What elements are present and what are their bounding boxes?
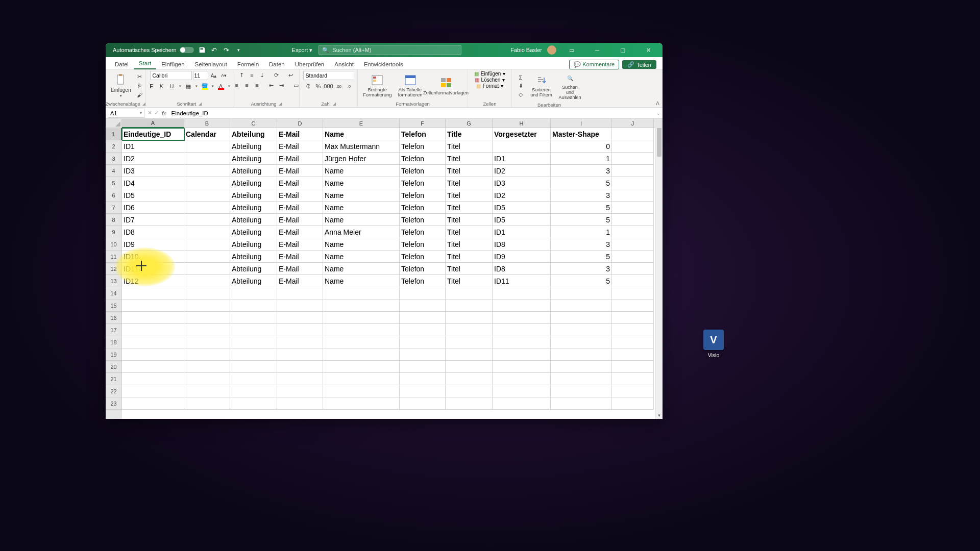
- cell[interactable]: [551, 287, 612, 299]
- cell[interactable]: [230, 385, 277, 397]
- cell[interactable]: [277, 373, 323, 385]
- tab-formeln[interactable]: Formeln: [232, 59, 264, 69]
- cell[interactable]: [400, 385, 446, 397]
- cell[interactable]: [493, 140, 551, 153]
- fill-dropdown-icon[interactable]: ▾: [210, 82, 215, 90]
- column-header-E[interactable]: E: [323, 119, 400, 128]
- underline-dropdown-icon[interactable]: ▾: [178, 82, 183, 90]
- row-header[interactable]: 10: [106, 238, 122, 251]
- cell[interactable]: [184, 202, 230, 214]
- cell[interactable]: ID9: [122, 238, 184, 251]
- cell[interactable]: [323, 299, 400, 312]
- cell[interactable]: Abteilung: [230, 251, 277, 263]
- cell[interactable]: Abteilung: [230, 140, 277, 153]
- cell[interactable]: [277, 361, 323, 373]
- cell[interactable]: [612, 153, 654, 165]
- cell[interactable]: ID4: [122, 177, 184, 189]
- cell[interactable]: Telefon: [400, 263, 446, 275]
- cell[interactable]: ID12: [122, 275, 184, 287]
- cell[interactable]: [323, 361, 400, 373]
- cell[interactable]: [612, 128, 654, 140]
- cell[interactable]: [551, 397, 612, 410]
- cell[interactable]: [230, 348, 277, 361]
- clear-icon[interactable]: ◇: [515, 91, 526, 99]
- ribbon-display-icon[interactable]: ▭: [561, 43, 582, 57]
- tab-daten[interactable]: Daten: [264, 59, 290, 69]
- cell[interactable]: [184, 189, 230, 202]
- cell[interactable]: [230, 397, 277, 410]
- orientation-icon[interactable]: ⟳: [272, 71, 281, 79]
- delete-cells-button[interactable]: ▦Löschen ▾: [475, 77, 505, 83]
- cell[interactable]: Title: [446, 128, 493, 140]
- cell[interactable]: Abteilung: [230, 189, 277, 202]
- column-header-C[interactable]: C: [230, 119, 277, 128]
- cell[interactable]: [184, 214, 230, 226]
- toggle-switch[interactable]: [180, 47, 194, 53]
- cell[interactable]: E-Mail: [277, 128, 323, 140]
- cell[interactable]: [612, 361, 654, 373]
- cell[interactable]: Telefon: [400, 128, 446, 140]
- cell[interactable]: [184, 165, 230, 177]
- cell[interactable]: Titel: [446, 275, 493, 287]
- font-size-select[interactable]: [193, 71, 208, 80]
- scroll-thumb[interactable]: [657, 126, 662, 157]
- cell-styles-button[interactable]: Zellenformatvorlagen: [427, 76, 465, 96]
- borders-dropdown-icon[interactable]: ▾: [194, 82, 199, 90]
- expand-formula-bar-icon[interactable]: ⌄: [654, 111, 663, 116]
- cell[interactable]: [122, 361, 184, 373]
- cell[interactable]: [400, 348, 446, 361]
- cell[interactable]: Telefon: [400, 275, 446, 287]
- cell[interactable]: [230, 336, 277, 348]
- search-box[interactable]: 🔍: [318, 45, 461, 55]
- cell[interactable]: [323, 336, 400, 348]
- cell[interactable]: [184, 348, 230, 361]
- cell[interactable]: [551, 373, 612, 385]
- cell[interactable]: [612, 251, 654, 263]
- cell[interactable]: [184, 226, 230, 238]
- cell[interactable]: [493, 324, 551, 336]
- cell[interactable]: ID1: [122, 140, 184, 153]
- cell[interactable]: [277, 336, 323, 348]
- row-header[interactable]: 17: [106, 324, 122, 336]
- cell[interactable]: E-Mail: [277, 202, 323, 214]
- cell[interactable]: [122, 385, 184, 397]
- redo-icon[interactable]: ↷: [223, 46, 231, 54]
- row-header[interactable]: 6: [106, 189, 122, 202]
- cell[interactable]: [184, 336, 230, 348]
- row-header[interactable]: 18: [106, 336, 122, 348]
- cell[interactable]: Vorgesetzter: [493, 128, 551, 140]
- align-left-icon[interactable]: ≡: [232, 81, 241, 89]
- minimize-button[interactable]: ─: [587, 43, 607, 57]
- cell[interactable]: [400, 324, 446, 336]
- cell[interactable]: Telefon: [400, 177, 446, 189]
- cell[interactable]: Telefon: [400, 251, 446, 263]
- cut-icon[interactable]: ✂: [135, 72, 144, 81]
- cell[interactable]: [446, 312, 493, 324]
- format-painter-icon[interactable]: 🖌: [135, 91, 144, 99]
- find-select-button[interactable]: 🔍 Suchen und Auswählen: [556, 71, 583, 102]
- cell[interactable]: ID10: [122, 251, 184, 263]
- cell[interactable]: ID11: [122, 263, 184, 275]
- cell[interactable]: Name: [323, 177, 400, 189]
- fx-icon[interactable]: fx: [162, 110, 169, 116]
- cell[interactable]: E-Mail: [277, 153, 323, 165]
- cell[interactable]: [493, 361, 551, 373]
- cell[interactable]: E-Mail: [277, 189, 323, 202]
- column-header-J[interactable]: J: [612, 119, 654, 128]
- cell[interactable]: Name: [323, 128, 400, 140]
- cell[interactable]: Name: [323, 251, 400, 263]
- dialog-launcher-icon[interactable]: ◢: [199, 102, 202, 106]
- cell[interactable]: [612, 275, 654, 287]
- copy-icon[interactable]: ⎘: [135, 82, 144, 90]
- cell[interactable]: [184, 238, 230, 251]
- cell[interactable]: Name: [323, 189, 400, 202]
- cell[interactable]: Abteilung: [230, 263, 277, 275]
- row-header[interactable]: 13: [106, 275, 122, 287]
- tab-seitenlayout[interactable]: Seitenlayout: [190, 59, 232, 69]
- column-header-F[interactable]: F: [400, 119, 446, 128]
- qat-dropdown-icon[interactable]: ▾: [235, 46, 243, 54]
- row-header[interactable]: 22: [106, 385, 122, 397]
- cell[interactable]: 3: [551, 238, 612, 251]
- cell[interactable]: ID1: [493, 153, 551, 165]
- cell[interactable]: ID1: [493, 226, 551, 238]
